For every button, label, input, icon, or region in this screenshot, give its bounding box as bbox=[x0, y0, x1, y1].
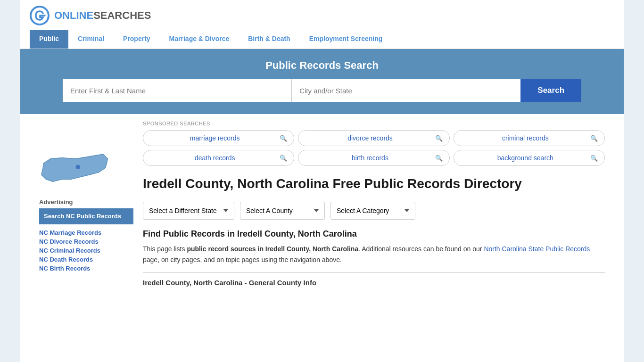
nc-state-link[interactable]: North Carolina State Public Records bbox=[484, 245, 590, 253]
sponsored-item-birth-text: birth records bbox=[305, 154, 435, 162]
search-icon-birth: 🔍 bbox=[435, 155, 443, 162]
search-icon-divorce: 🔍 bbox=[435, 135, 443, 142]
sponsored-item-criminal[interactable]: criminal records 🔍 bbox=[454, 130, 605, 146]
dropdowns-row: Select a Different State Select A County… bbox=[143, 202, 605, 220]
search-icon-background: 🔍 bbox=[590, 155, 598, 162]
sponsored-item-divorce[interactable]: divorce records 🔍 bbox=[298, 130, 449, 146]
page-heading-area: Iredell County, North Carolina Free Publ… bbox=[143, 175, 605, 192]
nc-map bbox=[39, 149, 112, 191]
nav-item-public[interactable]: Public bbox=[30, 30, 68, 49]
search-icon-marriage: 🔍 bbox=[280, 135, 287, 142]
main-nav: Public Criminal Property Marriage & Divo… bbox=[30, 30, 614, 49]
find-description: This page lists public record sources in… bbox=[143, 244, 605, 265]
sidebar: Advertising Search NC Public Records NC … bbox=[39, 121, 133, 287]
search-icon-criminal: 🔍 bbox=[590, 135, 598, 142]
sponsored-label: SPONSORED SEARCHES bbox=[143, 121, 605, 126]
search-button[interactable]: Search bbox=[520, 79, 581, 102]
svg-point-2 bbox=[76, 165, 81, 169]
sidebar-link-criminal[interactable]: NC Criminal Records bbox=[39, 247, 133, 254]
logo-icon bbox=[30, 6, 50, 25]
advertising-label: Advertising bbox=[39, 198, 133, 206]
search-form: Search bbox=[63, 79, 581, 102]
general-info-title: Iredell County, North Carolina - General… bbox=[143, 279, 605, 287]
sidebar-link-marriage[interactable]: NC Marriage Records bbox=[39, 229, 133, 236]
search-banner: Public Records Search Search bbox=[20, 49, 624, 114]
sponsored-item-death[interactable]: death records 🔍 bbox=[143, 150, 294, 166]
find-title: Find Public Records in Iredell County, N… bbox=[143, 229, 605, 239]
search-icon-death: 🔍 bbox=[280, 155, 287, 162]
header: ONLINESEARCHES Public Criminal Property … bbox=[20, 0, 624, 49]
logo-area: ONLINESEARCHES bbox=[30, 6, 614, 25]
nav-item-property[interactable]: Property bbox=[114, 30, 160, 49]
nav-item-marriage-divorce[interactable]: Marriage & Divorce bbox=[160, 30, 239, 49]
nav-item-birth-death[interactable]: Birth & Death bbox=[239, 30, 299, 49]
nav-item-criminal[interactable]: Criminal bbox=[68, 30, 114, 49]
state-dropdown[interactable]: Select a Different State bbox=[143, 202, 234, 220]
county-dropdown[interactable]: Select A County bbox=[240, 202, 325, 220]
content-area: SPONSORED SEARCHES marriage records 🔍 di… bbox=[143, 121, 605, 287]
sidebar-link-death[interactable]: NC Death Records bbox=[39, 256, 133, 263]
sponsored-item-birth[interactable]: birth records 🔍 bbox=[298, 150, 449, 166]
sponsored-item-criminal-text: criminal records bbox=[461, 134, 590, 142]
section-divider bbox=[143, 272, 605, 273]
sponsored-item-divorce-text: divorce records bbox=[305, 134, 435, 142]
sidebar-featured-link[interactable]: Search NC Public Records bbox=[39, 208, 133, 224]
sponsored-item-marriage[interactable]: marriage records 🔍 bbox=[143, 130, 294, 146]
search-banner-title: Public Records Search bbox=[30, 59, 614, 72]
name-input[interactable] bbox=[63, 79, 292, 102]
sponsored-item-background[interactable]: background search 🔍 bbox=[454, 150, 605, 166]
sponsored-grid: marriage records 🔍 divorce records 🔍 cri… bbox=[143, 130, 605, 166]
category-dropdown[interactable]: Select A Category bbox=[330, 202, 415, 220]
nav-item-employment[interactable]: Employment Screening bbox=[300, 30, 392, 49]
main-container: Advertising Search NC Public Records NC … bbox=[30, 114, 614, 293]
sponsored-item-background-text: background search bbox=[461, 154, 590, 162]
sponsored-item-death-text: death records bbox=[150, 154, 280, 162]
location-input[interactable] bbox=[292, 79, 520, 102]
sidebar-link-birth[interactable]: NC Birth Records bbox=[39, 265, 133, 272]
nc-map-area bbox=[39, 149, 133, 193]
sponsored-item-marriage-text: marriage records bbox=[150, 134, 280, 142]
sidebar-link-divorce[interactable]: NC Divorce Records bbox=[39, 238, 133, 245]
page-title: Iredell County, North Carolina Free Publ… bbox=[143, 175, 522, 192]
svg-marker-1 bbox=[41, 154, 107, 181]
logo-text: ONLINESEARCHES bbox=[54, 9, 151, 22]
